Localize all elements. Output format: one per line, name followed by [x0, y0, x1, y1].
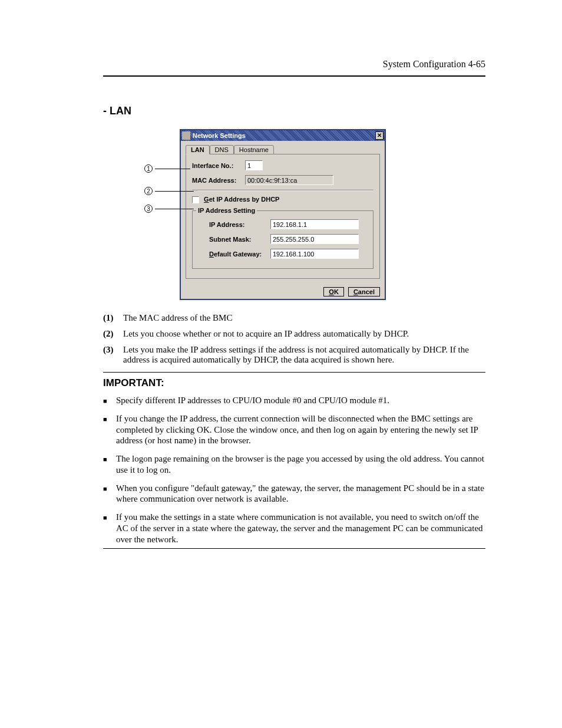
expl-text-2: Lets you choose whether or not to acquir…: [123, 329, 485, 339]
bullet-icon: ■: [103, 483, 116, 505]
tab-pane-lan: Interface No.: MAC Address: Get IP Addre…: [186, 154, 380, 279]
dialog-title: Network Settings: [193, 132, 375, 139]
ok-button[interactable]: OK: [323, 287, 344, 297]
callout-explanations: (1)The MAC address of the BMC (2)Lets yo…: [103, 313, 485, 365]
mac-address-label: MAC Address:: [192, 177, 245, 184]
bullet-icon: ■: [103, 512, 116, 545]
bullet-icon: ■: [103, 453, 116, 476]
interface-no-label: Interface No.:: [192, 162, 245, 169]
expl-num-2: (2): [103, 329, 123, 339]
cancel-button[interactable]: Cancel: [348, 287, 380, 297]
expl-num-3: (3): [103, 345, 123, 365]
network-dialog-figure: 1 2 3 Network Settings ✕ LAN DNS Hostnam…: [144, 129, 386, 300]
expl-text-3: Lets you make the IP address settings if…: [123, 345, 485, 365]
default-gateway-label: Default Gateway:: [209, 251, 270, 258]
network-settings-dialog: Network Settings ✕ LAN DNS Hostname Inte…: [180, 129, 386, 300]
interface-no-input[interactable]: [245, 160, 263, 170]
ip-address-label: IP Address:: [209, 221, 270, 228]
tab-hostname[interactable]: Hostname: [234, 145, 274, 154]
bullet-5: If you make the settings in a state wher…: [116, 512, 485, 545]
important-heading: IMPORTANT:: [103, 377, 485, 389]
bullet-1: Specify different IP addresses to CPU/IO…: [116, 395, 485, 406]
ip-address-input[interactable]: [270, 219, 359, 229]
dhcp-label[interactable]: Get IP Address by DHCP: [204, 196, 279, 203]
bullet-2: If you change the IP address, the curren…: [116, 413, 485, 446]
ip-group-legend: IP Address Setting: [196, 207, 257, 214]
subnet-mask-input[interactable]: [270, 234, 359, 244]
default-gateway-input[interactable]: [270, 249, 359, 259]
app-icon: [182, 131, 190, 140]
bullet-4: When you configure "default gateway," th…: [116, 483, 485, 505]
callout-2: 2: [144, 187, 153, 195]
tab-lan[interactable]: LAN: [186, 145, 210, 154]
callout-3: 3: [144, 205, 153, 213]
page-header: System Configuration 4-65: [103, 59, 485, 77]
tab-row: LAN DNS Hostname: [186, 144, 380, 154]
bullet-icon: ■: [103, 413, 116, 446]
lan-section-heading: - LAN: [103, 105, 485, 117]
dhcp-checkbox[interactable]: [192, 196, 199, 203]
tab-dns[interactable]: DNS: [210, 145, 234, 154]
bullet-3: The logon page remaining on the browser …: [116, 453, 485, 476]
subnet-mask-label: Subnet Mask:: [209, 236, 270, 243]
important-list: ■Specify different IP addresses to CPU/I…: [103, 395, 485, 545]
expl-text-1: The MAC address of the BMC: [123, 313, 485, 323]
bullet-icon: ■: [103, 395, 116, 406]
ip-address-setting-group: IP Address Setting IP Address: Subnet Ma…: [192, 210, 373, 269]
close-icon[interactable]: ✕: [375, 131, 384, 140]
mac-address-input: [245, 175, 333, 185]
expl-num-1: (1): [103, 313, 123, 323]
dialog-titlebar[interactable]: Network Settings ✕: [181, 130, 385, 141]
callout-1: 1: [144, 164, 153, 173]
